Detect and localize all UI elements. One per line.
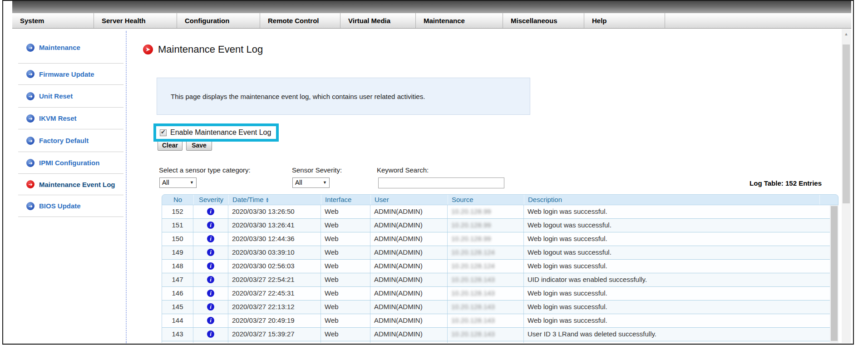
info-icon[interactable]: i [207, 290, 214, 297]
column-header-no: No [162, 195, 194, 205]
sensor-severity-select[interactable]: All ▼ [292, 177, 330, 188]
sidebar-item-ikvm-reset[interactable]: ➜IKVM Reset [18, 108, 123, 129]
column-header-severity: Severity [194, 195, 229, 205]
page-scrollbar-thumb[interactable] [843, 44, 850, 203]
sort-icon[interactable]: ▲▼ [266, 197, 269, 203]
cell-source [448, 341, 524, 343]
severity-cell: i [193, 287, 228, 300]
cell-description: Web login was successful. [524, 232, 830, 246]
cell-interface: Web [321, 301, 370, 314]
menu-tab-miscellaneous[interactable]: Miscellaneous [503, 13, 584, 28]
info-icon[interactable]: i [207, 303, 214, 310]
page-title-row: ➤ Maintenance Event Log [143, 44, 263, 55]
sidebar-item-label: IKVM Reset [39, 114, 77, 122]
keyword-search-input[interactable] [378, 177, 504, 188]
cell-datetime: 2020/03/30 12:44:36 [228, 232, 321, 246]
cell-interface: Web [321, 314, 370, 327]
cell-source: 10.20.128.99 [448, 205, 524, 218]
table-row: 144i2020/03/27 20:49:19WebADMIN(ADMIN)10… [162, 314, 830, 328]
cell-no: 147 [162, 273, 193, 286]
source-ip-redacted: 10.20.128.124 [451, 262, 495, 270]
severity-cell: i [193, 205, 228, 218]
sidebar-item-maintenance[interactable]: ➜Maintenance [18, 32, 123, 64]
cell-source: 10.20.128.143 [448, 273, 524, 286]
source-ip-redacted: 10.20.128.99 [451, 207, 491, 215]
page-title: Maintenance Event Log [158, 44, 263, 55]
menu-tab-system[interactable]: System [12, 13, 94, 28]
cell-no: 144 [162, 314, 193, 327]
sidebar-item-maintenance-event-log[interactable]: ➜Maintenance Event Log [18, 174, 123, 195]
table-scrollbar-thumb[interactable] [831, 206, 838, 341]
table-scrollbar[interactable] [830, 205, 838, 343]
arrow-circle-icon: ➜ [26, 114, 35, 123]
sidebar-item-ipmi-configuration[interactable]: ➜IPMI Configuration [18, 152, 123, 174]
info-icon[interactable]: i [207, 235, 214, 242]
info-box: This page displays the maintenance event… [157, 78, 530, 115]
save-button[interactable]: Save [186, 140, 212, 151]
cell-user [370, 341, 448, 343]
table-row: 151i2020/03/30 13:26:41WebADMIN(ADMIN)10… [162, 219, 830, 232]
sensor-severity-label: Sensor Severity: [292, 166, 342, 174]
arrow-circle-icon: ➜ [26, 70, 35, 78]
arrow-circle-icon: ➜ [26, 159, 35, 167]
enable-event-log-checkbox[interactable] [160, 129, 167, 136]
menu-tab-configuration[interactable]: Configuration [177, 13, 260, 28]
cell-source: 10.20.128.143 [448, 328, 524, 341]
cell-no: 149 [162, 246, 193, 259]
sidebar-item-label: Unit Reset [39, 92, 73, 100]
info-icon[interactable]: i [207, 208, 214, 215]
sidebar-item-unit-reset[interactable]: ➜Unit Reset [18, 85, 123, 108]
severity-cell: i [193, 273, 228, 286]
cell-source: 10.20.128.124 [448, 260, 524, 273]
cell-description [524, 341, 830, 343]
severity-cell: i [193, 314, 228, 327]
cell-interface: Web [321, 232, 370, 246]
top-banner [12, 1, 851, 13]
column-header-source: Source [448, 195, 524, 205]
source-ip-redacted: 10.20.128.143 [451, 303, 495, 310]
cell-source: 10.20.128.143 [448, 301, 524, 314]
sidebar-item-firmware-update[interactable]: ➜Firmware Update [18, 64, 123, 85]
info-icon[interactable]: i [207, 330, 214, 338]
arrow-circle-icon: ➜ [26, 137, 35, 145]
arrow-circle-icon: ➜ [26, 202, 35, 210]
menu-tab-remote-control[interactable]: Remote Control [260, 13, 340, 28]
info-icon[interactable]: i [207, 276, 214, 283]
sidebar-nav: ➜Maintenance➜Firmware Update➜Unit Reset➜… [18, 32, 123, 217]
main-menu-bar: SystemServer HealthConfigurationRemote C… [12, 13, 851, 29]
cell-description: User ID 3 LRand was deleted successfully… [524, 328, 830, 341]
sidebar-item-label: Firmware Update [39, 70, 94, 78]
cell-source: 10.20.128.99 [448, 232, 524, 246]
table-row: 147i2020/03/27 22:54:21WebADMIN(ADMIN)10… [162, 273, 830, 287]
cell-user: ADMIN(ADMIN) [370, 301, 448, 314]
sidebar-item-bios-update[interactable]: ➜BIOS Update [18, 195, 123, 217]
menu-tab-maintenance[interactable]: Maintenance [416, 13, 503, 28]
sidebar-item-factory-default[interactable]: ➜Factory Default [18, 129, 123, 152]
cell-datetime: 2020/03/30 03:39:10 [228, 246, 321, 259]
annotation-highlight-box: Enable Maintenance Event Log [153, 123, 279, 142]
clear-button[interactable]: Clear [158, 140, 182, 151]
sidebar-item-label: Maintenance Event Log [39, 181, 115, 188]
info-icon[interactable]: i [207, 222, 214, 229]
info-icon[interactable]: i [207, 317, 214, 324]
cell-user: ADMIN(ADMIN) [370, 219, 448, 232]
table-row: 152i2020/03/30 13:26:50WebADMIN(ADMIN)10… [162, 205, 830, 219]
table-row: 146i2020/03/27 22:45:31WebADMIN(ADMIN)10… [162, 287, 830, 301]
info-icon[interactable]: i [207, 249, 214, 256]
scroll-up-icon[interactable]: ▲ [842, 30, 851, 38]
menu-tab-help[interactable]: Help [584, 13, 665, 28]
menu-tab-virtual-media[interactable]: Virtual Media [340, 13, 416, 28]
sensor-severity-value: All [295, 179, 302, 186]
cell-interface: Web [321, 273, 370, 286]
cell-description: Web login was successful. [524, 287, 830, 300]
cell-interface: Web [321, 219, 370, 232]
info-icon[interactable]: i [207, 262, 214, 270]
cell-interface: Web [321, 246, 370, 259]
cell-no [162, 341, 193, 343]
column-header-date-time[interactable]: Date/Time▲▼ [229, 195, 321, 205]
sensor-category-select[interactable]: All ▼ [159, 177, 197, 188]
sensor-category-label: Select a sensor type category: [159, 166, 251, 174]
menu-tab-server-health[interactable]: Server Health [94, 13, 177, 28]
page-scrollbar[interactable]: ▲ [842, 29, 851, 343]
cell-user: ADMIN(ADMIN) [370, 273, 448, 286]
